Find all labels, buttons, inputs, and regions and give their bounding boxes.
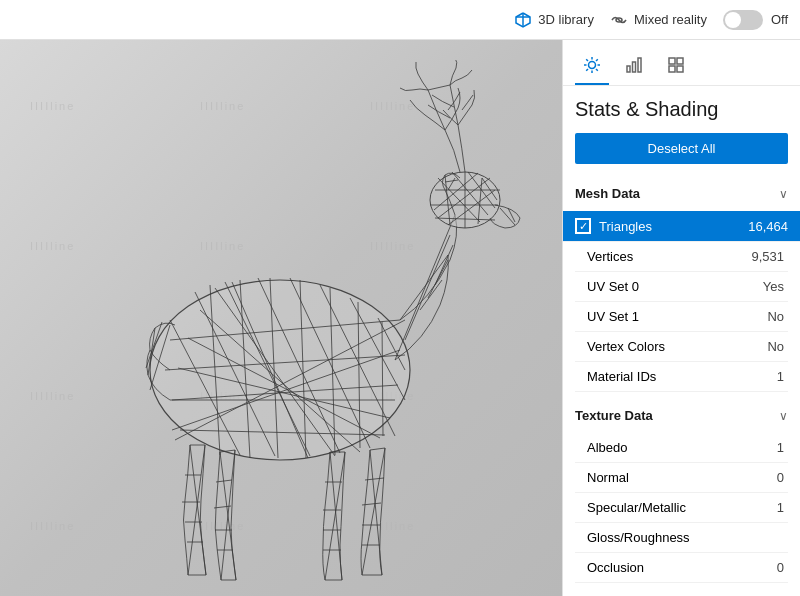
svg-line-53 [428,85,450,90]
panel-tabs [563,40,800,86]
cube-icon [514,11,532,29]
panel-title: Stats & Shading [575,98,788,121]
albedo-value: 1 [777,440,784,455]
mixed-reality-icon [610,11,628,29]
svg-rect-101 [633,62,636,72]
svg-line-32 [395,215,455,360]
triangles-row[interactable]: ✓ Triangles 16,464 [563,211,800,242]
svg-line-69 [325,452,345,580]
occlusion-row: Occlusion 0 [575,553,788,583]
chart-icon [625,56,643,74]
svg-line-77 [188,445,205,575]
occlusion-value: 0 [777,560,784,575]
material-ids-row: Material IDs 1 [575,362,788,392]
toggle-group: Off [723,10,788,30]
vertex-colors-label: Vertex Colors [587,339,767,354]
vertices-label: Vertices [587,249,751,264]
sun-icon [583,56,601,74]
svg-rect-104 [677,58,683,64]
uvset1-row: UV Set 1 No [575,302,788,332]
svg-line-54 [370,448,385,450]
mesh-data-section-header[interactable]: Mesh Data ∨ [575,180,788,207]
material-ids-label: Material IDs [587,369,777,384]
vertices-value: 9,531 [751,249,784,264]
deer-wireframe: .wire { stroke: #222; stroke-width: 0.8;… [10,60,510,580]
svg-line-36 [435,245,453,285]
svg-rect-103 [669,58,675,64]
3d-viewport[interactable]: IIIIline IIIIline IIIIline IIIIline IIII… [0,40,562,596]
mixed-reality-toggle[interactable] [723,10,763,30]
svg-line-99 [586,69,588,71]
vertex-colors-row: Vertex Colors No [575,332,788,362]
svg-rect-100 [627,66,630,72]
3d-library-button[interactable]: 3D library [514,11,594,29]
toggle-off-label: Off [771,12,788,27]
svg-line-31 [400,255,448,320]
grid-icon [667,56,685,74]
tab-sun[interactable] [575,50,609,85]
uvset0-row: UV Set 0 Yes [575,272,788,302]
vertices-row: Vertices 9,531 [575,242,788,272]
svg-line-60 [370,450,382,575]
normal-label: Normal [587,470,777,485]
normal-row: Normal 0 [575,463,788,493]
top-bar: 3D library Mixed reality Off [0,0,800,40]
occlusion-label: Occlusion [587,560,777,575]
material-ids-value: 1 [777,369,784,384]
svg-rect-106 [677,66,683,72]
normal-value: 0 [777,470,784,485]
right-panel: Stats & Shading Deselect All Mesh Data ∨… [562,40,800,596]
specular-metallic-value: 1 [777,500,784,515]
mesh-data-chevron: ∨ [779,187,788,201]
uvset0-label: UV Set 0 [587,279,763,294]
triangles-value: 16,464 [748,219,788,234]
albedo-row: Albedo 1 [575,433,788,463]
triangles-checkbox[interactable]: ✓ [575,218,591,234]
svg-line-33 [405,235,450,340]
uvset1-label: UV Set 1 [587,309,767,324]
mixed-reality-button[interactable]: Mixed reality [610,11,707,29]
specular-metallic-row: Specular/Metallic 1 [575,493,788,523]
3d-library-label: 3D library [538,12,594,27]
texture-data-title: Texture Data [575,408,653,423]
svg-line-96 [586,59,588,61]
svg-line-68 [330,452,342,580]
deselect-all-button[interactable]: Deselect All [575,133,788,164]
uvset0-value: Yes [763,279,784,294]
svg-line-97 [596,69,598,71]
svg-point-91 [589,62,596,69]
texture-data-section-header[interactable]: Texture Data ∨ [575,402,788,429]
albedo-label: Albedo [587,440,777,455]
uvset1-value: No [767,309,784,324]
texture-data-chevron: ∨ [779,409,788,423]
triangles-label: Triangles [599,219,748,234]
mixed-reality-label: Mixed reality [634,12,707,27]
panel-content: Stats & Shading Deselect All Mesh Data ∨… [563,86,800,596]
svg-rect-105 [669,66,675,72]
svg-rect-102 [638,58,641,72]
tab-chart[interactable] [617,50,651,85]
checkmark-icon: ✓ [579,221,588,232]
main-area: IIIIline IIIIline IIIIline IIIIline IIII… [0,40,800,596]
gloss-roughness-row: Gloss/Roughness [575,523,788,553]
svg-line-34 [420,280,442,310]
svg-line-98 [596,59,598,61]
svg-line-85 [221,450,235,580]
gloss-roughness-label: Gloss/Roughness [587,530,784,545]
tab-grid[interactable] [659,50,693,85]
mesh-data-title: Mesh Data [575,186,640,201]
specular-metallic-label: Specular/Metallic [587,500,777,515]
vertex-colors-value: No [767,339,784,354]
